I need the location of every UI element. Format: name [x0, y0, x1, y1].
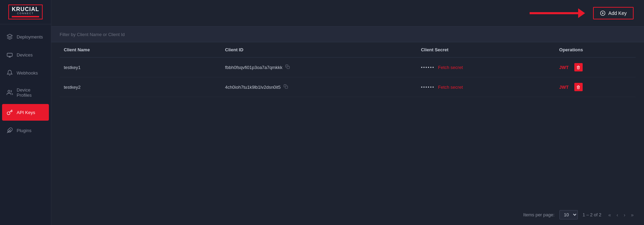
- copy-icon-1[interactable]: [284, 84, 288, 90]
- page-nav: « ‹ › »: [606, 211, 636, 219]
- col-header-operations: Operations: [555, 42, 636, 58]
- copy-icon-0[interactable]: [285, 64, 290, 70]
- cell-client-id-1: 4ch0ioh7tu1k9lb1lv2dsn0it5: [221, 77, 417, 97]
- data-table: Client Name Client ID Client Secret Oper…: [60, 42, 636, 97]
- cell-operations-1: JWT: [555, 77, 636, 97]
- devices-icon: [6, 51, 13, 58]
- sidebar-item-api-keys[interactable]: API Keys: [2, 104, 49, 121]
- sidebar-item-label-api-keys: API Keys: [17, 110, 35, 115]
- client-id-value-0: fbbh0fsqvfi01p3oa7a7qmkkk: [225, 65, 282, 70]
- fetch-secret-button-0[interactable]: Fetch secret: [438, 65, 463, 70]
- logo-text-main: KRUCIAL: [12, 7, 39, 12]
- sidebar-nav: Deployments Devices Webhooks: [0, 24, 51, 139]
- sidebar-item-label-plugins: Plugins: [17, 128, 32, 133]
- jwt-button-1[interactable]: JWT: [559, 85, 568, 90]
- delete-button-0[interactable]: [574, 63, 583, 71]
- cell-operations-0: JWT: [555, 58, 636, 77]
- arrow-annotation: [530, 8, 585, 18]
- page-range: 1 – 2 of 2: [583, 212, 601, 217]
- plugins-icon: [6, 127, 13, 134]
- add-key-button[interactable]: Add Key: [593, 7, 634, 19]
- sidebar-item-label-webhooks: Webhooks: [17, 70, 38, 76]
- pagination-bar: Items per page: 10 25 50 1 – 2 of 2 « ‹ …: [51, 205, 644, 225]
- cell-client-name-0: testkey1: [60, 58, 221, 77]
- next-page-button[interactable]: ›: [622, 211, 628, 219]
- jwt-button-0[interactable]: JWT: [559, 65, 568, 70]
- cell-client-id-0: fbbh0fsqvfi01p3oa7a7qmkkk: [221, 58, 417, 77]
- secret-dots-0: ••••••: [421, 65, 434, 70]
- sidebar-item-label-deployments: Deployments: [17, 34, 43, 40]
- cell-secret-1: •••••• Fetch secret: [417, 77, 555, 97]
- cell-client-name-1: testkey2: [60, 77, 221, 97]
- sidebar: KRUCIAL CONNECT Deployments: [0, 0, 51, 225]
- prev-page-button[interactable]: ‹: [615, 211, 620, 219]
- device-profiles-icon: [6, 89, 13, 96]
- last-page-button[interactable]: »: [629, 211, 636, 219]
- svg-point-1: [8, 90, 10, 92]
- sidebar-item-devices[interactable]: Devices: [0, 46, 51, 64]
- arrow-shaft: [530, 12, 578, 14]
- filter-input[interactable]: [60, 32, 636, 37]
- items-per-page-label: Items per page:: [523, 212, 555, 217]
- fetch-secret-button-1[interactable]: Fetch secret: [438, 85, 463, 90]
- add-key-label: Add Key: [608, 10, 627, 16]
- col-header-client-id: Client ID: [221, 42, 417, 58]
- main-content: Add Key Client Name Client ID Client Sec…: [51, 0, 644, 225]
- delete-button-1[interactable]: [574, 83, 583, 91]
- first-page-button[interactable]: «: [606, 211, 613, 219]
- add-key-icon: [600, 10, 606, 16]
- sidebar-item-plugins[interactable]: Plugins: [0, 121, 51, 139]
- secret-dots-1: ••••••: [421, 85, 434, 90]
- svg-rect-7: [287, 66, 289, 69]
- sidebar-item-device-profiles[interactable]: Device Profiles: [0, 82, 51, 103]
- col-header-client-secret: Client Secret: [417, 42, 555, 58]
- col-header-client-name: Client Name: [60, 42, 221, 58]
- deployments-icon: [6, 33, 13, 40]
- sidebar-item-webhooks[interactable]: Webhooks: [0, 64, 51, 82]
- table-header-row: Client Name Client ID Client Secret Oper…: [60, 42, 636, 58]
- cell-secret-0: •••••• Fetch secret: [417, 58, 555, 77]
- client-id-value-1: 4ch0ioh7tu1k9lb1lv2dsn0it5: [225, 85, 280, 90]
- sidebar-item-label-devices: Devices: [17, 52, 33, 58]
- logo-text-sub: CONNECT: [17, 12, 34, 15]
- per-page-select[interactable]: 10 25 50: [559, 210, 578, 219]
- api-keys-icon: [6, 109, 13, 116]
- header: Add Key: [51, 0, 644, 26]
- table-row: testkey2 4ch0ioh7tu1k9lb1lv2dsn0it5 ••••…: [60, 77, 636, 97]
- table-row: testkey1 fbbh0fsqvfi01p3oa7a7qmkkk •••••…: [60, 58, 636, 77]
- filter-bar: [51, 26, 644, 42]
- sidebar-item-label-device-profiles: Device Profiles: [17, 87, 45, 98]
- sidebar-item-deployments[interactable]: Deployments: [0, 28, 51, 46]
- webhooks-icon: [6, 69, 13, 76]
- svg-rect-0: [7, 53, 12, 57]
- svg-rect-8: [285, 86, 288, 88]
- logo: KRUCIAL CONNECT: [0, 0, 51, 24]
- arrow-head: [578, 8, 585, 18]
- logo-bar: [12, 16, 39, 17]
- table-container: Client Name Client ID Client Secret Oper…: [51, 42, 644, 205]
